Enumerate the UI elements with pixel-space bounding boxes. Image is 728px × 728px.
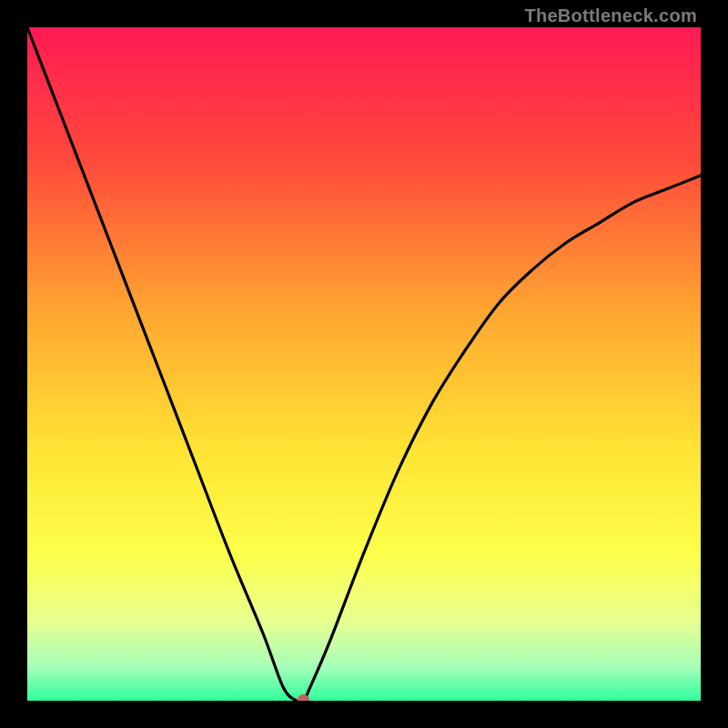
- chart-frame: TheBottleneck.com: [0, 0, 728, 728]
- watermark-text: TheBottleneck.com: [524, 5, 697, 26]
- plot-area: [27, 27, 701, 701]
- curve-layer: [27, 27, 701, 701]
- bottleneck-curve: [27, 27, 701, 701]
